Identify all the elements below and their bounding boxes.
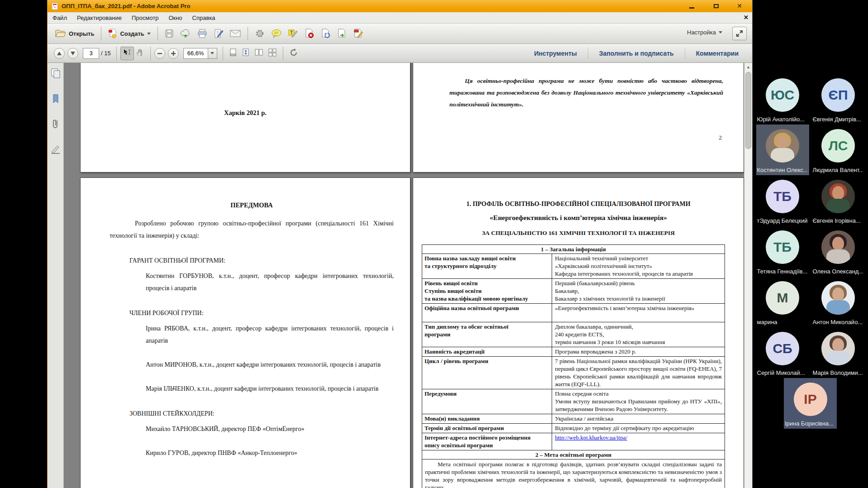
sign-button[interactable]	[210, 27, 227, 40]
participant-tile[interactable]: ЄП Євгенія Дмитрів...	[812, 74, 865, 124]
page-number-input[interactable]	[83, 48, 99, 59]
right-tabs: Инструменты Заполнить и подписать Коммен…	[523, 44, 749, 62]
select-tool-button[interactable]	[120, 47, 134, 60]
page-thumbnails-icon[interactable]	[50, 67, 62, 79]
menu-view[interactable]: Просмотр	[127, 12, 163, 23]
previous-page-button[interactable]	[54, 48, 65, 59]
printer-icon	[197, 29, 207, 38]
zoom-out-button[interactable]	[154, 48, 165, 59]
participant-tile[interactable]: ЛС Людмила Валент...	[812, 124, 865, 175]
create-button[interactable]: Создать	[105, 27, 153, 40]
participant-name: марина	[756, 319, 777, 325]
pdf-file-icon	[51, 3, 58, 10]
participant-tile[interactable]: М марина	[756, 277, 809, 327]
window-title: ОПП_ІТПА_бак_2021.pdf - Adobe Acrobat Pr…	[62, 3, 190, 10]
stakeholders-heading: ЗОВНІШНІ СТЕЙКХОЛДЕРИ:	[129, 410, 394, 417]
highlight-text-button[interactable]: T	[285, 27, 301, 40]
participant-tile-active-speaker[interactable]: Костянтин Олекс...	[756, 124, 809, 175]
participant-name: Олена Олександ...	[812, 268, 863, 275]
preferences-button[interactable]	[252, 27, 268, 40]
signatures-icon[interactable]	[50, 144, 62, 155]
scroll-up-icon[interactable]: ▲	[744, 63, 752, 71]
page-4-profile: 1. ПРОФІЛЬ ОСВІТНЬО-ПРОФЕСІЙНОЇ СПЕЦІАЛІ…	[413, 177, 744, 488]
stakeholder-entry: Михайло ТАРНОВСЬКИЙ, директор ПЕФ «Оптім…	[146, 423, 394, 435]
upload-cloud-button[interactable]	[177, 27, 194, 40]
menu-edit[interactable]: Редактирование	[72, 12, 127, 23]
select-arrow-icon	[123, 48, 131, 57]
participant-name: Людмила Валент...	[812, 167, 863, 173]
tab-fill-sign[interactable]: Заполнить и подписать	[588, 48, 685, 59]
continuous-scroll-view-button[interactable]	[239, 47, 252, 60]
foreword-intro: Розроблено робочою групою освітньо-профе…	[110, 217, 394, 242]
scrollbar-thumb[interactable]	[745, 72, 751, 149]
open-button[interactable]: Открыть	[52, 28, 97, 39]
create-dropdown-caret	[147, 33, 151, 35]
page-total-label: / 15	[101, 50, 111, 57]
participant-name: Тетяна Геннадіїв...	[756, 268, 807, 275]
table-row: Рівень вищої освіти Ступінь вищої освіти…	[422, 278, 725, 303]
guarantor-entry: Костянтин ГОРБУНОВ, к.т.н., доцент, проф…	[146, 270, 394, 294]
document-area[interactable]: Харків 2021 р. Ця освітньо-професійна пр…	[64, 63, 744, 488]
rotate-view-button[interactable]	[287, 47, 300, 60]
zoom-level-select[interactable]: 66,6%	[183, 48, 217, 59]
avatar: ЮС	[766, 78, 799, 112]
next-page-button[interactable]	[67, 48, 78, 59]
table-section-1-header: 1 – Загальна інформація	[422, 245, 725, 254]
participant-name: Марія Володими...	[812, 369, 863, 376]
export-page-button[interactable]	[334, 27, 350, 40]
maximize-button[interactable]	[706, 0, 726, 12]
flag-pencil-icon	[353, 29, 363, 38]
participant-tile[interactable]: Олена Олександ...	[812, 226, 865, 277]
bookmarks-icon[interactable]	[50, 93, 62, 105]
participant-tile[interactable]: ЮС Юрій Анатолійо...	[756, 74, 809, 124]
redact-button[interactable]	[350, 27, 367, 40]
email-button[interactable]	[227, 28, 244, 39]
participant-name: Євгенія Ігорівна...	[812, 217, 861, 224]
participant-tile[interactable]: Євгенія Ігорівна...	[812, 175, 865, 226]
print-button[interactable]	[194, 27, 210, 40]
zoom-in-button[interactable]	[168, 48, 179, 59]
customize-button[interactable]: Настройка	[687, 29, 722, 36]
table-row: Термін дії освітньої програмиВідповідно …	[422, 423, 725, 433]
comment-button[interactable]	[268, 27, 285, 40]
participant-name: Костянтин Олекс...	[756, 167, 807, 173]
menu-help[interactable]: Справка	[187, 12, 220, 23]
program-url-link[interactable]: http://web.kpi.kharkov.ua/itpa/	[555, 434, 627, 441]
hand-tool-button[interactable]	[134, 47, 147, 60]
table-section-2-header: 2 – Мета освітньої програми	[422, 450, 725, 459]
avatar: ІР	[794, 383, 827, 416]
participant-tile[interactable]: Марія Володими...	[812, 327, 865, 378]
meeting-participants-panel: ЮС Юрій Анатолійо... ЄП Євгенія Дмитрів.…	[753, 0, 868, 488]
attachments-icon[interactable]	[50, 118, 62, 130]
sign-pen-icon	[214, 29, 224, 38]
participant-tile-highlighted[interactable]: ІР Ірина Борисівна...	[784, 378, 837, 429]
save-button[interactable]	[162, 27, 177, 40]
fullscreen-toggle-button[interactable]	[732, 27, 747, 40]
diagonal-arrows-icon	[736, 30, 743, 37]
tab-comments[interactable]: Комментарии	[685, 48, 749, 59]
participant-tile[interactable]: Антон Миколайо...	[812, 277, 865, 327]
rotate-pages-button[interactable]	[318, 27, 334, 40]
table-row: Тип диплому та обсяг освітньої програмиД…	[422, 322, 725, 347]
avatar: ЛС	[821, 129, 855, 163]
guarantor-heading: ГАРАНТ ОСВІТНЬОЇ ПРОГРАМИ:	[129, 257, 394, 264]
zoom-dropdown-button[interactable]	[208, 48, 217, 58]
two-page-view-button[interactable]	[252, 47, 266, 60]
close-button[interactable]: ✕	[730, 0, 749, 12]
menu-window[interactable]: Окно	[163, 12, 187, 23]
menu-file[interactable]: Файл	[48, 12, 72, 23]
table-row: ПередумовиПовна середня освіта Умови вст…	[422, 389, 725, 414]
vertical-scrollbar[interactable]: ▲	[744, 63, 752, 488]
customize-caret-icon	[719, 31, 722, 33]
participant-tile[interactable]: ТБ тЭдуард Белецкий	[756, 175, 809, 226]
menubar-close-icon[interactable]: ✕	[744, 14, 749, 21]
minimize-button[interactable]	[682, 0, 701, 12]
participant-tile[interactable]: СБ Сергій Миколай...	[756, 327, 809, 378]
tab-tools[interactable]: Инструменты	[523, 48, 588, 59]
two-page-scroll-view-button[interactable]	[266, 47, 279, 60]
table-row: Наявність акредитаціїПрограма впроваджен…	[422, 347, 725, 356]
delete-pages-button[interactable]	[301, 27, 318, 40]
participant-tile[interactable]: ТБ Тетяна Геннадіїв...	[756, 226, 809, 277]
single-page-view-button[interactable]	[227, 47, 239, 60]
profile-title: 1. ПРОФІЛЬ ОСВІТНЬО-ПРОФЕСІЙНОЇ СПЕЦІАЛІ…	[413, 201, 744, 208]
